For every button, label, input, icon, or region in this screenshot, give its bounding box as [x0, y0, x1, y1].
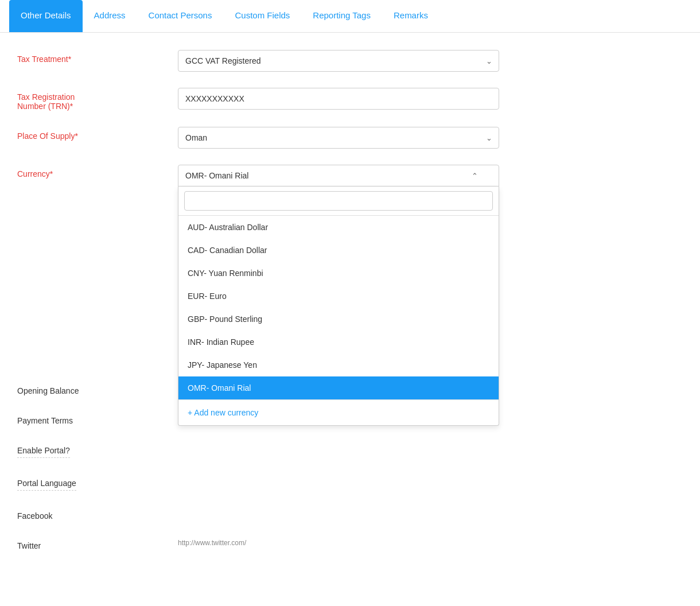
facebook-row: Facebook	[17, 507, 528, 520]
twitter-label: Twitter	[17, 537, 178, 550]
tax-treatment-label: Tax Treatment*	[17, 50, 178, 64]
currency-option-omr[interactable]: OMR- Omani Rial	[178, 376, 499, 399]
payment-terms-label: Payment Terms	[17, 411, 178, 425]
twitter-control: http://www.twitter.com/	[178, 537, 499, 547]
tax-treatment-select-wrapper: GCC VAT Registered Non-GCC Exempt ⌄	[178, 50, 499, 72]
tax-registration-control	[178, 88, 499, 110]
place-of-supply-label: Place Of Supply*	[17, 127, 178, 141]
place-of-supply-select[interactable]: Oman Saudi Arabia UAE Kuwait Bahrain Qat…	[178, 127, 499, 149]
currency-option-cad[interactable]: CAD- Canadian Dollar	[178, 239, 499, 262]
enable-portal-row: Enable Portal?	[17, 441, 528, 458]
tab-reporting-tags[interactable]: Reporting Tags	[301, 0, 382, 32]
form-content: Tax Treatment* GCC VAT Registered Non-GC…	[0, 33, 545, 584]
add-currency-button[interactable]: + Add new currency	[178, 399, 499, 425]
tax-treatment-select[interactable]: GCC VAT Registered Non-GCC Exempt	[178, 50, 499, 72]
currency-dropdown-container: OMR- Omani Rial ⌃ AUD- Australian Dollar…	[178, 165, 499, 187]
portal-language-label: Portal Language	[17, 474, 178, 491]
tab-address[interactable]: Address	[83, 0, 137, 32]
currency-label: Currency*	[17, 165, 178, 178]
portal-language-label-text: Portal Language	[17, 479, 76, 491]
portal-language-row: Portal Language	[17, 474, 528, 491]
enable-portal-label-text: Enable Portal?	[17, 446, 70, 458]
currency-option-inr[interactable]: INR- Indian Rupee	[178, 331, 499, 354]
tab-custom-fields[interactable]: Custom Fields	[223, 0, 301, 32]
tab-navigation: Other Details Address Contact Persons Cu…	[0, 0, 700, 33]
currency-selected-value: OMR- Omani Rial	[185, 171, 248, 180]
currency-search-input[interactable]	[184, 191, 493, 211]
tax-treatment-control: GCC VAT Registered Non-GCC Exempt ⌄	[178, 50, 499, 72]
currency-search-container	[178, 187, 499, 216]
tab-remarks[interactable]: Remarks	[382, 0, 440, 32]
tab-other-details[interactable]: Other Details	[9, 0, 83, 32]
twitter-hint: http://www.twitter.com/	[178, 539, 499, 547]
tab-contact-persons[interactable]: Contact Persons	[137, 0, 224, 32]
currency-option-cny[interactable]: CNY- Yuan Renminbi	[178, 262, 499, 285]
opening-balance-label: Opening Balance	[17, 382, 178, 395]
currency-row: Currency* OMR- Omani Rial ⌃ AUD- Austral…	[17, 165, 528, 187]
place-of-supply-row: Place Of Supply* Oman Saudi Arabia UAE K…	[17, 127, 528, 149]
place-of-supply-control: Oman Saudi Arabia UAE Kuwait Bahrain Qat…	[178, 127, 499, 149]
enable-portal-label: Enable Portal?	[17, 441, 178, 458]
currency-dropdown-panel: AUD- Australian Dollar CAD- Canadian Dol…	[178, 187, 499, 426]
currency-option-jpy[interactable]: JPY- Japanese Yen	[178, 354, 499, 376]
currency-option-eur[interactable]: EUR- Euro	[178, 285, 499, 308]
currency-select-trigger[interactable]: OMR- Omani Rial ⌃	[178, 165, 499, 187]
tax-registration-row: Tax Registration Number (TRN)*	[17, 88, 528, 111]
facebook-label: Facebook	[17, 507, 178, 520]
tax-treatment-row: Tax Treatment* GCC VAT Registered Non-GC…	[17, 50, 528, 72]
currency-option-gbp[interactable]: GBP- Pound Sterling	[178, 308, 499, 331]
tax-registration-input[interactable]	[178, 88, 499, 110]
place-of-supply-select-wrapper: Oman Saudi Arabia UAE Kuwait Bahrain Qat…	[178, 127, 499, 149]
twitter-row: Twitter http://www.twitter.com/	[17, 537, 528, 550]
currency-option-aud[interactable]: AUD- Australian Dollar	[178, 216, 499, 239]
chevron-up-icon: ⌃	[472, 172, 478, 180]
currency-options-list: AUD- Australian Dollar CAD- Canadian Dol…	[178, 216, 499, 399]
tax-registration-label: Tax Registration Number (TRN)*	[17, 88, 178, 111]
